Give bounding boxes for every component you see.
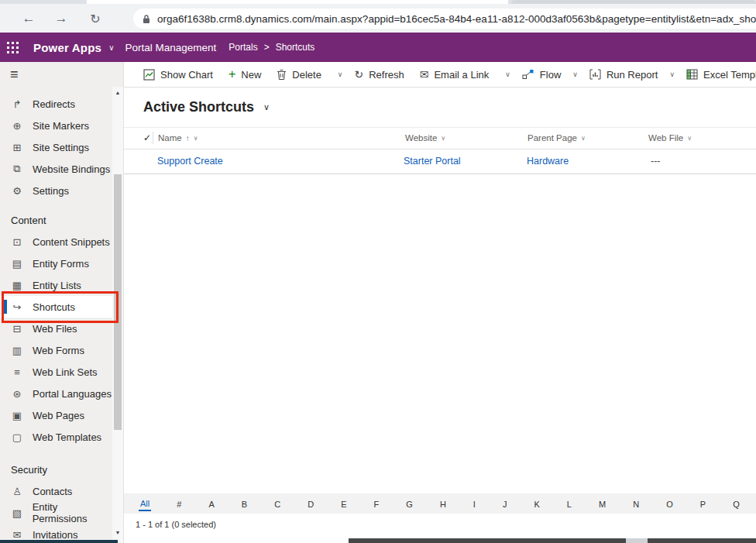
app-name[interactable]: Power Apps: [33, 41, 101, 54]
column-label: Website: [405, 133, 437, 143]
jump-g[interactable]: G: [404, 497, 414, 510]
column-chevron-down-icon[interactable]: ∨: [581, 135, 586, 142]
web-pages-icon: ▣: [11, 410, 23, 421]
jump-i[interactable]: I: [472, 497, 477, 510]
jump-all[interactable]: All: [139, 497, 151, 511]
redirects-icon: ↱: [11, 98, 23, 110]
shortcuts-icon: ↪: [11, 301, 23, 313]
sidebar-item-web-forms[interactable]: ▥ Web Forms: [0, 339, 113, 361]
horizontal-scrollbar-segment[interactable]: [349, 538, 626, 543]
column-chevron-down-icon[interactable]: ∨: [687, 135, 692, 142]
table-row[interactable]: Support Create Starter Portal Hardware -…: [124, 149, 756, 174]
hamburger-menu-icon[interactable]: ≡: [10, 67, 19, 83]
sidebar-item-web-templates[interactable]: ▢ Web Templates: [0, 426, 113, 448]
run-report-button[interactable]: Run Report: [582, 62, 665, 87]
jump-b[interactable]: B: [240, 497, 249, 510]
delete-button[interactable]: Delete: [269, 62, 329, 87]
entity-lists-icon: ▦: [11, 280, 23, 291]
jump-o[interactable]: O: [665, 497, 675, 510]
lock-icon: [143, 14, 150, 24]
column-header-name[interactable]: Name ↑ ∨: [158, 133, 198, 143]
sidebar-item-site-markers[interactable]: ⊕ Site Markers: [0, 115, 113, 136]
header-divider: [153, 132, 153, 144]
sidebar-item-label: Entity Permissions: [33, 501, 113, 524]
flow-icon: [522, 69, 534, 80]
show-chart-button[interactable]: Show Chart: [136, 62, 221, 87]
select-all-check-icon[interactable]: ✓: [143, 132, 151, 143]
scroll-down-icon[interactable]: ▼: [112, 530, 123, 535]
waffle-icon[interactable]: [7, 42, 19, 53]
record-link[interactable]: Support Create: [157, 156, 223, 167]
jump-f[interactable]: F: [373, 497, 381, 510]
run-report-label: Run Report: [607, 69, 658, 81]
browser-reload-icon[interactable]: ↻: [85, 9, 105, 29]
jump-hash[interactable]: #: [175, 497, 183, 510]
horizontal-scrollbar[interactable]: [124, 538, 756, 543]
breadcrumb-portals[interactable]: Portals: [229, 42, 257, 53]
breadcrumb-shortcuts: Shortcuts: [276, 42, 315, 53]
jump-n[interactable]: N: [631, 497, 641, 510]
sidebar-item-redirects[interactable]: ↱ Redirects: [0, 93, 113, 115]
flow-button[interactable]: Flow: [514, 62, 569, 87]
horizontal-scrollbar-segment[interactable]: [648, 538, 756, 543]
sidebar-item-label: Shortcuts: [33, 301, 75, 313]
sidebar-scrollbar-thumb[interactable]: [114, 174, 122, 430]
jump-d[interactable]: D: [306, 497, 315, 510]
url-text[interactable]: orga6f1638b.crm8.dynamics.com/main.aspx?…: [157, 13, 756, 25]
sidebar-item-entity-forms[interactable]: ▤ Entity Forms: [0, 253, 113, 274]
column-header-web-file[interactable]: Web File ∨: [648, 133, 692, 143]
sidebar-item-website-bindings[interactable]: ⧉ Website Bindings: [0, 158, 113, 180]
jump-m[interactable]: M: [597, 497, 607, 510]
sidebar-item-label: Entity Lists: [33, 280, 81, 291]
browser-forward-icon[interactable]: →: [51, 9, 71, 29]
flow-chevron-down-icon[interactable]: ∨: [569, 70, 582, 78]
sidebar-item-entity-permissions[interactable]: ▧ Entity Permissions: [0, 502, 113, 524]
sidebar-item-entity-lists[interactable]: ▦ Entity Lists: [0, 274, 113, 296]
refresh-button[interactable]: ↻ Refresh: [346, 62, 411, 87]
jump-q[interactable]: Q: [731, 497, 741, 510]
run-report-chevron-down-icon[interactable]: ∨: [665, 70, 679, 78]
new-button[interactable]: + New: [221, 62, 269, 87]
jump-j[interactable]: J: [501, 497, 509, 510]
jump-l[interactable]: L: [565, 497, 573, 510]
column-chevron-down-icon[interactable]: ∨: [441, 135, 445, 142]
excel-templates-button[interactable]: Excel Templates: [679, 62, 756, 87]
jump-h[interactable]: H: [438, 497, 448, 510]
sidebar-item-label: Entity Forms: [33, 258, 89, 270]
browser-back-icon[interactable]: ←: [19, 9, 39, 29]
sidebar-item-web-files[interactable]: ⊟ Web Files: [0, 318, 113, 339]
column-header-parent-page[interactable]: Parent Page ∨: [527, 133, 586, 143]
view-selector-chevron-down-icon[interactable]: ∨: [263, 102, 270, 112]
sidebar-item-contacts[interactable]: ♙ Contacts: [0, 480, 113, 502]
refresh-icon: ↻: [354, 69, 363, 80]
jump-a[interactable]: A: [207, 497, 215, 510]
jump-k[interactable]: K: [532, 497, 541, 510]
url-bar[interactable]: orga6f1638b.crm8.dynamics.com/main.aspx?…: [133, 9, 756, 29]
sidebar-item-shortcuts[interactable]: ↪ Shortcuts: [0, 296, 113, 318]
sidebar-scrollbar[interactable]: ▲ ▼: [112, 87, 123, 543]
sidebar-item-portal-languages[interactable]: ⊛ Portal Languages: [0, 383, 113, 404]
sidebar-item-settings[interactable]: ⚙ Settings: [0, 180, 113, 201]
sidebar-item-site-settings[interactable]: ⊞ Site Settings: [0, 136, 113, 158]
website-bindings-icon: ⧉: [11, 163, 23, 175]
show-chart-icon: [143, 69, 155, 81]
app-name-chevron-down-icon[interactable]: ∨: [108, 43, 114, 52]
column-header-website[interactable]: Website ∨: [405, 133, 445, 143]
email-overflow-chevron-down-icon[interactable]: ∨: [501, 70, 514, 78]
sidebar-item-web-link-sets[interactable]: ≡ Web Link Sets: [0, 361, 113, 383]
jump-e[interactable]: E: [339, 497, 348, 510]
jump-p[interactable]: P: [699, 497, 707, 510]
sidebar-item-web-pages[interactable]: ▣ Web Pages: [0, 404, 113, 426]
website-link[interactable]: Starter Portal: [404, 156, 461, 167]
delete-overflow-chevron-down-icon[interactable]: ∨: [334, 70, 347, 78]
email-a-link-button[interactable]: ✉ Email a Link: [412, 62, 497, 87]
jump-c[interactable]: C: [273, 497, 282, 510]
column-label: Parent Page: [527, 133, 577, 143]
command-bar: Show Chart + New Delete ∨ ↻ Refresh ✉ Em…: [124, 62, 756, 88]
site-settings-icon: ⊞: [11, 142, 23, 153]
plus-icon: +: [229, 68, 235, 81]
sidebar-item-content-snippets[interactable]: ⊡ Content Snippets: [0, 231, 113, 253]
parent-page-link[interactable]: Hardware: [527, 156, 569, 167]
column-chevron-down-icon[interactable]: ∨: [194, 135, 198, 142]
scroll-up-icon[interactable]: ▲: [112, 90, 123, 95]
